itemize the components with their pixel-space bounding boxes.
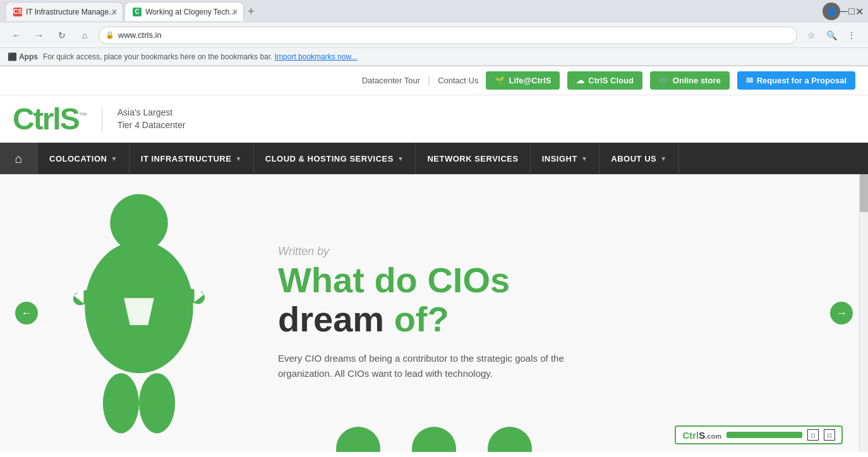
tab1-favicon: CS — [13, 8, 22, 16]
import-bookmarks-link[interactable]: Import bookmarks now... — [275, 52, 358, 61]
maximize-button[interactable]: □ — [848, 8, 855, 15]
online-store-label: Online store — [673, 76, 721, 85]
online-store-button[interactable]: 🛒 Online store — [650, 71, 730, 90]
logo-text: CtrlS™ — [13, 102, 87, 136]
nav-item-cloud-hosting[interactable]: CLOUD & HOSTING SERVICES ▼ — [254, 143, 416, 174]
media-bar: CtrlS.com □ □ — [675, 425, 843, 444]
browser-chrome: CS IT Infrastructure Manage... ✕ C Worki… — [0, 0, 868, 66]
nav-it-label: IT INFRASTRUCTURE — [141, 154, 232, 163]
tab1-close[interactable]: ✕ — [111, 8, 118, 16]
nav-item-insight[interactable]: INSIGHT ▼ — [531, 143, 600, 174]
bookmarks-hint: For quick access, place your bookmarks h… — [43, 52, 273, 61]
profile-icon[interactable]: 👤 — [823, 3, 840, 20]
svg-point-8 — [139, 373, 175, 433]
tab-bar: CS IT Infrastructure Manage... ✕ C Worki… — [0, 0, 868, 23]
nav-about-label: ABOUT US — [611, 154, 656, 163]
home-button[interactable]: ⌂ — [76, 27, 93, 44]
nav-item-it-infrastructure[interactable]: IT INFRASTRUCTURE ▼ — [130, 143, 254, 174]
forward-button[interactable]: → — [30, 27, 48, 44]
minimize-button[interactable]: ─ — [840, 8, 848, 15]
hero-title: What do CIOs dream of? — [278, 261, 830, 338]
request-proposal-button[interactable]: ✉ Request for a Proposal — [737, 71, 855, 90]
logo-divider — [102, 107, 102, 132]
dream-black: dream — [278, 299, 394, 339]
life-ctrls-label: Life@CtrlS — [509, 76, 551, 85]
reload-button[interactable]: ↻ — [53, 27, 71, 44]
bottom-circles — [336, 427, 532, 452]
dream-green: of? — [394, 299, 449, 339]
new-tab-button[interactable]: + — [248, 5, 255, 18]
nav-about-arrow: ▼ — [660, 155, 666, 162]
logo-tagline: Asia's Largest Tier 4 Datacenter — [118, 107, 186, 131]
media-logo-green: Ctrl — [682, 430, 699, 441]
menu-button[interactable]: ⋮ — [843, 27, 860, 44]
bookmark-button[interactable]: ☆ — [802, 27, 820, 44]
media-button-1[interactable]: □ — [807, 429, 819, 441]
media-suffix: .com — [705, 432, 721, 440]
cart-icon: 🛒 — [659, 76, 669, 85]
logo[interactable]: CtrlS™ Asia's Largest Tier 4 Datacenter — [13, 102, 185, 136]
logo-tm: ™ — [79, 110, 87, 121]
nav-item-colocation[interactable]: COLOCATION ▼ — [38, 143, 130, 174]
zoom-button[interactable]: 🔍 — [823, 27, 840, 44]
browser-controls: ← → ↻ ⌂ 🔒 www.ctrls.in ☆ 🔍 ⋮ — [0, 23, 868, 48]
nav-item-network-services[interactable]: NETWORK SERVICES — [416, 143, 530, 174]
address-text: www.ctrls.in — [118, 30, 162, 40]
tagline-line2: Tier 4 Datacenter — [118, 119, 186, 132]
home-icon: ⌂ — [15, 151, 22, 166]
ctrls-cloud-button[interactable]: ☁ CtrlS Cloud — [567, 71, 642, 90]
datacenter-tour-link[interactable]: Datacenter Tour — [362, 76, 420, 85]
hero-illustration — [51, 187, 227, 439]
website: Datacenter Tour | Contact Us 🌱 Life@Ctrl… — [0, 66, 868, 452]
nav-item-about-us[interactable]: ABOUT US ▼ — [600, 143, 678, 174]
top-divider-1: | — [428, 75, 430, 86]
svg-point-7 — [103, 373, 139, 433]
media-button-2[interactable]: □ — [824, 429, 835, 441]
nav-cloud-arrow: ▼ — [397, 155, 404, 162]
hero-figure — [38, 187, 240, 439]
tab2-close[interactable]: ✕ — [232, 8, 238, 16]
next-icon: → — [836, 307, 847, 320]
hero-title-line1: What do CIOs — [278, 261, 830, 300]
lock-icon: 🔒 — [105, 31, 114, 39]
request-proposal-label: Request for a Proposal — [757, 76, 847, 85]
carousel-next-button[interactable]: → — [830, 302, 853, 324]
nav-home-button[interactable]: ⌂ — [0, 143, 38, 174]
hero-content: Written by What do CIOs dream of? Every … — [240, 245, 830, 381]
prev-icon: ← — [21, 307, 32, 320]
ctrls-cloud-label: CtrlS Cloud — [588, 76, 634, 85]
scrollbar[interactable] — [859, 174, 868, 452]
logo-area: CtrlS™ Asia's Largest Tier 4 Datacenter — [0, 95, 868, 143]
life-icon: 🌱 — [495, 76, 505, 85]
tab2-favicon: C — [133, 8, 142, 16]
hero-subtitle: Written by — [278, 245, 830, 258]
address-bar[interactable]: 🔒 www.ctrls.in — [99, 27, 797, 44]
carousel-prev-button[interactable]: ← — [15, 302, 38, 324]
logo-trls: trl — [33, 102, 60, 136]
back-button[interactable]: ← — [8, 27, 25, 44]
hero-section: ← Written by — [0, 174, 868, 452]
tab-1[interactable]: CS IT Infrastructure Manage... ✕ — [5, 2, 123, 21]
hero-description: Every CIO dreams of being a contributor … — [278, 351, 606, 381]
circle-3 — [488, 427, 532, 452]
logo-green-c: C — [13, 102, 33, 136]
circle-2 — [412, 427, 456, 452]
tab-2[interactable]: C Working at Clogeny Tech... ✕ — [124, 2, 244, 21]
media-logo-black: S — [699, 430, 705, 441]
top-bar: Datacenter Tour | Contact Us 🌱 Life@Ctrl… — [0, 66, 868, 95]
nav-cloud-label: CLOUD & HOSTING SERVICES — [265, 154, 394, 163]
nav-network-label: NETWORK SERVICES — [427, 154, 518, 163]
apps-label[interactable]: ⬛ Apps — [8, 52, 38, 61]
bookmarks-bar: ⬛ Apps For quick access, place your book… — [0, 48, 868, 66]
logo-green-s: S — [60, 102, 79, 136]
nav-colocation-label: COLOCATION — [49, 154, 107, 163]
circle-1 — [336, 427, 380, 452]
close-button[interactable]: ✕ — [855, 8, 863, 15]
contact-us-link[interactable]: Contact Us — [438, 76, 478, 85]
media-progress-bar — [726, 432, 802, 438]
life-ctrls-button[interactable]: 🌱 Life@CtrlS — [486, 71, 560, 90]
nav-colocation-arrow: ▼ — [111, 155, 117, 162]
scrollbar-thumb[interactable] — [860, 174, 868, 212]
tab1-title: IT Infrastructure Manage... — [26, 8, 115, 16]
cloud-icon: ☁ — [576, 76, 584, 85]
